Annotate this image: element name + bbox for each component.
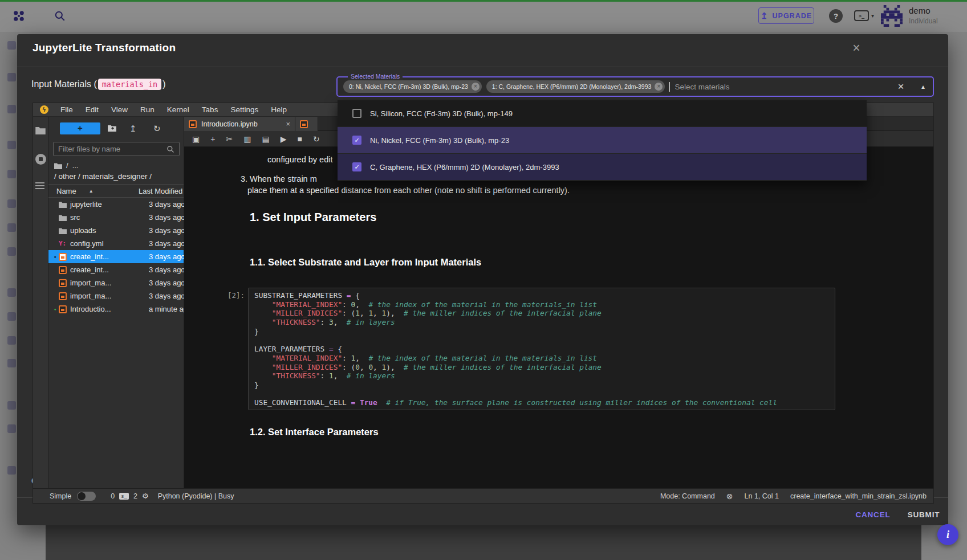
menu-help[interactable]: Help [265,103,293,117]
column-last-modified[interactable]: Last Modified [139,187,182,195]
close-icon[interactable]: × [848,40,864,56]
app-sidebar-icon [7,141,16,149]
input-materials-label: Input Materials ( materials_in ) [31,79,166,90]
breadcrumb-ellipsis[interactable]: ... [72,161,79,170]
material-option[interactable]: ✓C, Graphene, HEX (P6/mmm) 2D (Monolayer… [338,154,867,181]
clear-icon[interactable]: × [894,80,908,93]
table-of-contents-icon[interactable] [35,182,44,191]
new-launcher-button[interactable]: + [60,122,100,134]
filter-files-input[interactable]: Filter files by name [53,142,180,156]
pyodide-kernel-icon: ϟ [40,105,48,114]
app-sidebar-icon [7,41,16,50]
terminal-badge-icon: s_ [119,493,129,500]
upload-icon[interactable]: ↥ [129,122,137,134]
chips: 0: Ni, Nickel, FCC (Fm-3m) 3D (Bulk), mp… [343,80,665,93]
breadcrumb[interactable]: / ... [54,161,78,170]
cancel-button[interactable]: CANCEL [853,506,893,522]
breadcrumb-path[interactable]: / other / materials_designer / [54,172,152,181]
cut-cells-icon[interactable]: ✂ [226,134,233,144]
submit-button[interactable]: SUBMIT [904,506,943,522]
console-menu-button[interactable]: >_ ▾ [854,10,874,21]
add-cell-icon[interactable]: + [210,134,215,144]
paste-cells-icon[interactable]: ▤ [262,134,269,144]
close-tab-icon[interactable]: × [286,120,290,128]
file-icon [59,227,70,234]
file-name: uploads [70,226,96,235]
file-row[interactable]: jupyterlite3 days ago [48,198,184,211]
user-avatar[interactable] [881,5,903,27]
file-row[interactable]: Y:config.yml3 days ago [48,237,184,250]
file-row[interactable]: src3 days ago [48,211,184,224]
file-row[interactable]: uploads3 days ago [48,224,184,237]
collapse-arrow-icon[interactable]: ▴ [921,83,925,91]
heading-set-interface-parameters: 1.2. Set Interface Parameters [250,427,379,438]
simple-mode-toggle[interactable] [77,492,96,501]
kernel-sessions-icon[interactable]: ⚙ [142,492,149,500]
chip-delete-icon[interactable]: × [472,83,480,91]
file-row[interactable]: import_ma...3 days ago [48,289,184,303]
notebook-icon [59,292,67,300]
mat3ra-logo-icon[interactable] [13,10,25,24]
code-lines: SUBSTRATE_PARAMETERS = { "MATERIAL_INDEX… [254,291,829,407]
copy-cells-icon[interactable]: ▥ [243,134,251,144]
kernel-status[interactable]: Python (Pyodide) | Busy [158,492,234,500]
file-browser-tab-icon[interactable] [35,126,46,137]
refresh-icon[interactable]: ↻ [153,122,161,134]
run-cell-icon[interactable]: ▶ [281,134,287,144]
code-cell[interactable]: SUBSTRATE_PARAMETERS = { "MATERIAL_INDEX… [248,288,835,410]
menu-tabs[interactable]: Tabs [196,103,225,117]
file-row[interactable]: import_ma...3 days ago [48,276,184,289]
material-chip[interactable]: 1: C, Graphene, HEX (P6/mmm) 2D (Monolay… [486,80,665,93]
markdown-list-item: 3. When the strain m [241,174,317,183]
sort-ascending-icon: ▲ [89,189,94,194]
checkbox-icon[interactable]: ✓ [352,136,361,145]
new-folder-icon[interactable] [108,122,116,134]
checkbox-icon[interactable]: ✓ [352,109,361,118]
file-icon [59,266,70,274]
code-line [254,336,829,345]
menu-kernel[interactable]: Kernel [161,103,196,117]
cell-execution-prompt: [2]: [217,291,245,300]
save-icon[interactable]: ▣ [192,134,200,144]
chip-label: 0: Ni, Nickel, FCC (Fm-3m) 3D (Bulk), mp… [349,83,468,90]
file-row[interactable]: create_int...3 days ago [48,263,184,276]
jupyter-menubar-items: FileEditViewRunKernelTabsSettingsHelp [54,103,293,117]
app-sidebar-icon [7,247,16,256]
menu-settings[interactable]: Settings [224,103,265,117]
material-option[interactable]: ✓Si, Silicon, FCC (Fd-3m) 3D (Bulk), mp-… [338,100,867,127]
info-fab-button[interactable]: i [937,524,958,545]
file-name: create_int... [70,265,109,274]
file-list-header[interactable]: Name ▲ Last Modified [48,184,184,198]
material-chip[interactable]: 0: Ni, Nickel, FCC (Fm-3m) 3D (Bulk), mp… [343,80,482,93]
menu-file[interactable]: File [54,103,79,117]
cursor-position[interactable]: Ln 1, Col 1 [745,492,779,500]
column-name[interactable]: Name [56,187,76,195]
file-modified: 3 days ago [149,265,185,274]
notebook-content[interactable]: configured by edit 3. When the strain m … [184,147,933,488]
upgrade-button[interactable]: ↥ UPGRADE [758,7,814,24]
file-row[interactable]: ●create_int...3 days ago [48,250,184,263]
materials-select-input[interactable]: Selected Materials 0: Ni, Nickel, FCC (F… [336,76,934,97]
app-sidebar [0,32,17,560]
chip-delete-icon[interactable]: × [655,83,663,91]
tab-partial[interactable] [295,117,318,131]
checkbox-icon[interactable]: ✓ [352,162,361,171]
help-icon[interactable]: ? [829,9,843,23]
search-icon[interactable] [54,10,66,24]
menu-view[interactable]: View [105,103,134,117]
running-sessions-icon[interactable] [35,154,46,165]
folder-icon [59,201,67,208]
file-name: import_ma... [70,279,111,287]
command-mode-indicator: Mode: Command [660,492,715,500]
notebook-icon [189,120,197,128]
menu-edit[interactable]: Edit [79,103,105,117]
material-option[interactable]: ✓Ni, Nickel, FCC (Fm-3m) 3D (Bulk), mp-2… [338,127,867,154]
restart-kernel-icon[interactable]: ↻ [313,134,320,144]
file-row[interactable]: ●Introductio...a minute ago [48,303,184,316]
interrupt-kernel-icon[interactable]: ■ [297,134,302,144]
breadcrumb-root[interactable]: / [66,161,68,170]
notebook-icon [59,305,67,313]
user-name[interactable]: demo [909,6,931,15]
menu-run[interactable]: Run [134,103,161,117]
tab-introduction-ipynb[interactable]: Introduction.ipynb × [184,117,295,131]
